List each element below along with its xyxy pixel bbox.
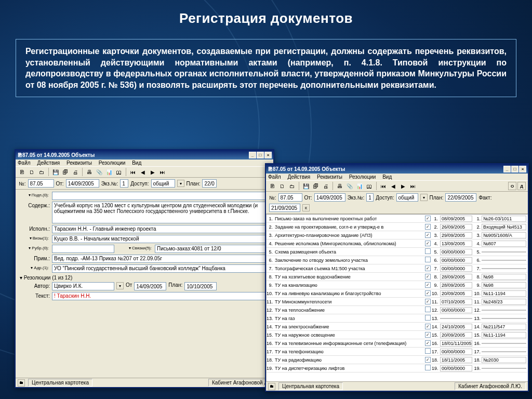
table-row[interactable]: 17.ТУ на телефонизацию17.00/00/000017. (267, 348, 527, 356)
table-row[interactable]: 13.ТУ на газ13.13. (267, 314, 527, 323)
row-docno[interactable]: №26-03/1011 (482, 216, 526, 222)
toolbar-button[interactable]: 🖹 (18, 168, 26, 176)
row-check[interactable]: ✓ (423, 299, 432, 304)
field-date-from[interactable]: 14/09/2005 (66, 179, 99, 188)
table-row[interactable]: 4.Решение исполкома (Мингорисполкома, об… (267, 240, 527, 248)
row-date[interactable]: 00/00/0000 (440, 349, 472, 355)
label-adr[interactable]: ▾ Адр.(1): (19, 264, 50, 270)
row-docno[interactable]: №2030 (482, 357, 526, 363)
toolbar-button[interactable]: 📊 (105, 168, 113, 176)
toolbar-button[interactable]: ◀ (139, 168, 147, 176)
row-docno[interactable]: №807 (482, 241, 526, 247)
table-row[interactable]: 18.ТУ на радиофикацию✓18.18/11/200518.№2… (267, 356, 527, 364)
row-date[interactable]: 00/00/0000 (440, 257, 472, 263)
table-row[interactable]: 9.ТУ на канализацию✓9.28/09/20059.№98 (267, 281, 527, 289)
field-ispoln[interactable]: Тараскин Н.Н. - Главный инженер проекта (52, 225, 270, 233)
toolbar-button[interactable]: 💾 (51, 168, 60, 176)
dropdown-icon[interactable]: ▾ (420, 194, 428, 201)
field-number[interactable]: 87.05 (278, 193, 302, 202)
row-date[interactable] (440, 318, 472, 319)
minimize-button[interactable]: _ (249, 152, 256, 158)
row-docno[interactable]: №11-1194 (482, 290, 526, 297)
field-res-ot[interactable]: 14/09/2005 (134, 282, 166, 290)
row-docno[interactable]: №211/547 (482, 324, 526, 330)
row-date[interactable]: 24/10/2005 (440, 324, 472, 330)
row-docno[interactable]: №248/23 (482, 299, 526, 305)
status-icon[interactable]: 🖿 (268, 383, 275, 390)
toolbar-button[interactable]: 🖹 (268, 182, 276, 190)
row-check[interactable] (423, 307, 432, 313)
toolbar-button[interactable]: 🗋 (28, 168, 36, 176)
toolbar-button[interactable]: 📎 (95, 168, 103, 176)
row-docno[interactable] (482, 351, 526, 352)
row-date[interactable]: 20/09/2005 (440, 290, 472, 297)
toolbar-button[interactable]: 🖷 (336, 182, 344, 190)
field-dostup[interactable]: общий (151, 179, 175, 188)
row-docno[interactable] (482, 268, 526, 269)
field-adr[interactable]: УО "Пинский государственный высший банко… (52, 264, 270, 273)
toolbar-button[interactable]: ⏭ (158, 168, 167, 176)
row-date[interactable]: 00/00/0000 (440, 249, 472, 255)
maximize-button[interactable]: □ (257, 152, 264, 158)
label-rezolyutsii[interactable]: ▾ Резолюции (1 из 12) (19, 275, 270, 281)
row-docno[interactable] (482, 343, 526, 344)
row-date[interactable]: 28/09/2005 (440, 282, 472, 288)
row-docno[interactable] (482, 260, 526, 261)
row-date[interactable]: 20/09/2005 (440, 332, 472, 338)
table-row[interactable]: 11.ТУ Минскоммунтеплосети✓11.07/10/20051… (267, 298, 527, 306)
table-row[interactable]: 3.Архитектурно-планировочное задание (АП… (267, 231, 527, 240)
row-check[interactable]: ✓ (423, 340, 432, 346)
row-check[interactable]: ✓ (423, 282, 432, 288)
field-soderzh[interactable]: Учебный корпус на 1200 мест с культурным… (52, 202, 270, 223)
menu-actions[interactable]: Действия (287, 174, 310, 180)
row-check[interactable] (423, 348, 432, 355)
table-row[interactable]: 12.ТУ на теплоснабжение12.00/00/000012. (267, 306, 527, 314)
field-plan[interactable]: 22/0 (202, 179, 217, 188)
row-docno[interactable]: Входящий №4513 (482, 224, 526, 230)
toolbar-button[interactable]: 🗐 (312, 182, 320, 190)
row-date[interactable]: 18/11/2005 (440, 357, 472, 363)
close-button[interactable]: × (519, 166, 526, 172)
row-check[interactable]: ✓ (423, 216, 432, 221)
row-check[interactable]: ✓ (423, 324, 432, 329)
row-docno[interactable]: №11-1194 (482, 332, 526, 338)
row-docno[interactable] (482, 251, 526, 252)
row-check[interactable]: ✓ (423, 274, 432, 280)
toolbar-button[interactable]: ▶ (399, 182, 407, 190)
toolbar-button[interactable]: 🗀 (37, 168, 46, 176)
toolbar-button[interactable]: 📊 (355, 182, 364, 190)
table-row[interactable]: 16.ТУ на телевизионные информационные се… (267, 339, 527, 348)
dropdown-icon[interactable]: ▾ (116, 282, 124, 289)
close-button[interactable]: × (264, 152, 272, 158)
row-date[interactable]: 29/09/2005 (440, 232, 472, 238)
field-date-from[interactable]: 14/09/2005 (314, 193, 345, 202)
o-button[interactable]: О (508, 182, 516, 190)
menu-rezolyutsii[interactable]: Резолюции (349, 174, 376, 180)
row-docno[interactable]: №905/1608/А (482, 232, 526, 238)
row-check[interactable]: ✓ (423, 290, 432, 296)
table-row[interactable]: 8.ТУ на хозпитьевое водоснабжение✓8.28/0… (267, 273, 527, 281)
label-podl[interactable]: ▾ Подп.(0): (19, 192, 50, 197)
field-dostup[interactable]: общий (396, 193, 418, 202)
table-row[interactable]: 19.ТУ на диспетчеризацию лифтов19.00/00/… (267, 364, 527, 373)
label-rubr[interactable]: ▾ Рубр.(0): (19, 245, 50, 250)
items-grid[interactable]: 1.Письмо-заказ на выполнение проектных р… (266, 214, 528, 385)
row-docno[interactable] (482, 368, 526, 369)
label-vizy[interactable]: ▾ Визы(1): (19, 235, 50, 241)
row-check[interactable] (423, 248, 432, 255)
table-row[interactable]: 6.Заключение по отводу земельного участк… (267, 256, 527, 264)
toolbar-button[interactable]: 💾 (302, 182, 310, 190)
minimize-button[interactable]: _ (503, 166, 511, 172)
menu-rekvizity[interactable]: Реквизиты (66, 160, 92, 166)
maximize-button[interactable]: □ (511, 166, 518, 172)
menu-file[interactable]: Файл (18, 160, 31, 166)
row-date[interactable]: 28/09/2005 (440, 274, 472, 280)
row-date[interactable]: 18/01/11/2005 (440, 340, 472, 347)
toolbar-button[interactable]: 🖨 (71, 168, 79, 176)
field-prim[interactable]: Вед. подр. -АМ-13 Приказ №207 от 22.09.0… (52, 255, 270, 263)
label-svyazki[interactable]: ▾ Связки(5): (116, 245, 153, 250)
row-check[interactable]: ✓ (423, 232, 432, 238)
table-row[interactable]: 14.ТУ на электроснабжение✓14.24/10/20051… (267, 323, 527, 331)
field-rubr[interactable] (52, 245, 114, 253)
table-row[interactable]: 1.Письмо-заказ на выполнение проектных р… (267, 215, 527, 223)
